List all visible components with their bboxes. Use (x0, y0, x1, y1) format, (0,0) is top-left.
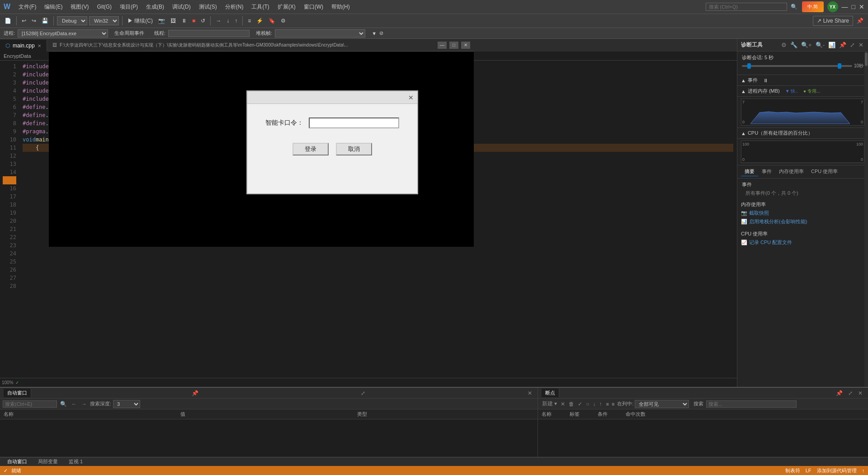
menu-help[interactable]: 帮助(H) (328, 2, 354, 12)
menu-window[interactable]: 窗口(W) (300, 2, 327, 12)
auto-pin-btn[interactable]: 📌 (190, 389, 200, 397)
process-dropdown[interactable]: [15288] EncryptData.exe (18, 29, 108, 38)
toolbar-stop[interactable]: ■ (190, 17, 197, 25)
menu-test[interactable]: 测试(S) (195, 2, 221, 12)
toolbar-new[interactable]: 📄 (3, 17, 13, 25)
auto-forward-btn[interactable]: → (80, 400, 88, 408)
menu-debug[interactable]: 调试(D) (169, 2, 194, 12)
app-window-minimize[interactable]: — (438, 42, 447, 49)
diag-float-icon[interactable]: ⤢ (849, 41, 856, 49)
toolbar-save-all[interactable]: 💾 (40, 17, 50, 25)
app-window-close[interactable]: ✕ (461, 42, 470, 49)
menu-edit[interactable]: 编辑(E) (41, 2, 66, 12)
menu-git[interactable]: Git(G) (93, 3, 115, 11)
cpu-record-link[interactable]: 📈 记录 CPU 配置文件 (741, 239, 864, 246)
rp-tab-cpu[interactable]: CPU 使用率 (807, 167, 841, 176)
dialog-close-btn[interactable]: ✕ (408, 94, 414, 101)
toolbar-pin[interactable]: 📌 (855, 17, 865, 25)
bp-tab[interactable]: 断点 (542, 389, 559, 397)
toolbar-pause[interactable]: ⏸ (179, 17, 189, 25)
bp-float-btn[interactable]: ⤢ (846, 389, 854, 397)
toolbar-continue[interactable]: ▶ 继续(C) (126, 16, 155, 26)
diag-settings-icon[interactable]: ⚙ (780, 41, 788, 49)
menu-file[interactable]: 文件(F) (15, 2, 40, 12)
toolbar-extra1[interactable]: ≡ (246, 17, 253, 25)
capture-screenshot-link[interactable]: 📷 截取快照 (741, 210, 864, 216)
toolbar-undo[interactable]: ↩ (20, 17, 28, 25)
tab-main-cpp[interactable]: ⬡ main.cpp ✕ (0, 40, 47, 52)
dialog-password-input[interactable] (309, 118, 399, 128)
tab-close-btn[interactable]: ✕ (38, 43, 41, 48)
bp-search-input[interactable] (706, 400, 797, 408)
auto-float-btn[interactable]: ⤢ (359, 389, 367, 397)
auto-bottom-tab-watch[interactable]: 监视 1 (65, 457, 86, 466)
language-switcher[interactable]: 中.简 (802, 1, 824, 12)
status-tab-size[interactable]: 制表符 (785, 467, 800, 474)
status-encoding[interactable]: LF (806, 468, 811, 473)
live-share-button[interactable]: ↗ Live Share (813, 16, 853, 26)
user-avatar[interactable]: YX (827, 1, 838, 12)
bp-close-btn[interactable]: ✕ (856, 389, 864, 397)
toolbar-redo[interactable]: ↪ (30, 17, 38, 25)
diag-time-slider[interactable] (742, 65, 852, 67)
diag-zoom-in[interactable]: 🔍+ (800, 41, 813, 49)
toolbar-extra3[interactable]: 🔖 (267, 17, 277, 25)
bp-new-btn[interactable]: 新建 ▾ (541, 400, 558, 408)
diag-events-pause-btn[interactable]: ⏸ (763, 78, 768, 83)
menu-project[interactable]: 项目(P) (116, 2, 142, 12)
toolbar-extra2[interactable]: ⚡ (255, 17, 265, 25)
diag-zoom-out[interactable]: 🔍- (815, 41, 826, 49)
toolbar-extra4[interactable]: ⚙ (279, 17, 288, 25)
diag-tools-icon[interactable]: 🔧 (789, 41, 798, 49)
diag-events-header[interactable]: ▲ 事件 ⏸ (737, 75, 868, 86)
bp-disable-all-btn[interactable]: ○ (585, 400, 590, 408)
diag-close-icon[interactable]: ✕ (858, 41, 864, 49)
bp-enable-all-btn[interactable]: ✓ (576, 400, 584, 408)
menu-extensions[interactable]: 扩展(X) (274, 2, 299, 12)
debug-config-dropdown[interactable]: Debug (57, 16, 87, 25)
rp-tab-summary[interactable]: 摘要 (741, 167, 758, 176)
bp-export-btn[interactable]: ↓ (592, 400, 597, 408)
menu-build[interactable]: 生成(B) (142, 2, 168, 12)
toolbar-step-out[interactable]: ↑ (233, 17, 239, 25)
bp-pin-btn[interactable]: 📌 (834, 389, 844, 397)
toolbar-restart[interactable]: ↺ (199, 17, 207, 25)
window-minimize-btn[interactable]: — (842, 3, 848, 10)
platform-dropdown[interactable]: Win32 (89, 16, 119, 25)
dialog-cancel-btn[interactable]: 取消 (336, 143, 372, 155)
right-panel-scrollbar[interactable] (864, 52, 868, 387)
toolbar-camera[interactable]: 📷 (156, 17, 167, 25)
diag-cpu-header[interactable]: ▲ CPU（所有处理器的百分比） (737, 128, 868, 139)
thread-input[interactable] (168, 30, 250, 37)
auto-bottom-tab-local[interactable]: 局部变量 (34, 457, 61, 466)
auto-close-btn[interactable]: ✕ (526, 389, 534, 397)
rp-tab-memory[interactable]: 内存使用率 (775, 167, 807, 176)
heap-analysis-link[interactable]: 📊 启用堆栈分析(会影响性能) (741, 218, 864, 225)
toolbar-screenshot[interactable]: 🖼 (169, 17, 178, 25)
bp-delete-all-btn[interactable]: 🗑 (567, 400, 576, 408)
app-window-maximize[interactable]: □ (449, 42, 458, 49)
toolbar-step-over[interactable]: → (214, 17, 223, 25)
auto-bottom-tab-auto[interactable]: 自动窗口 (4, 457, 31, 466)
menu-tools[interactable]: 工具(T) (248, 2, 273, 12)
auto-search-input[interactable] (3, 400, 57, 408)
bp-visible-dropdown[interactable]: 全部可见 (635, 400, 689, 408)
status-add-to-source[interactable]: 添加到源代码管理 (817, 467, 857, 474)
diag-chart-icon[interactable]: 📊 (827, 41, 836, 49)
bp-delete-btn[interactable]: ✕ (559, 400, 566, 408)
diag-pin-icon[interactable]: 📌 (838, 41, 847, 49)
auto-tab-auto[interactable]: 自动窗口 (4, 389, 31, 397)
auto-search-icon-btn[interactable]: 🔍 (59, 400, 68, 408)
toolbar-step-into[interactable]: ↓ (225, 17, 231, 25)
diag-memory-header[interactable]: ▲ 进程内存 (MB) ▼ 快.. ● 专用... (737, 86, 868, 97)
window-close-btn[interactable]: ✕ (859, 3, 864, 10)
auto-back-btn[interactable]: ← (70, 400, 78, 408)
bp-import-btn[interactable]: ↑ (598, 400, 604, 408)
window-maximize-btn[interactable]: □ (852, 3, 855, 10)
stackframe-dropdown[interactable] (275, 29, 365, 38)
menu-analyze[interactable]: 分析(N) (222, 2, 247, 12)
search-input[interactable] (706, 3, 787, 11)
rp-tab-events[interactable]: 事件 (758, 167, 775, 176)
menu-view[interactable]: 视图(V) (67, 2, 92, 12)
auto-depth-select[interactable]: 3 (113, 400, 140, 408)
